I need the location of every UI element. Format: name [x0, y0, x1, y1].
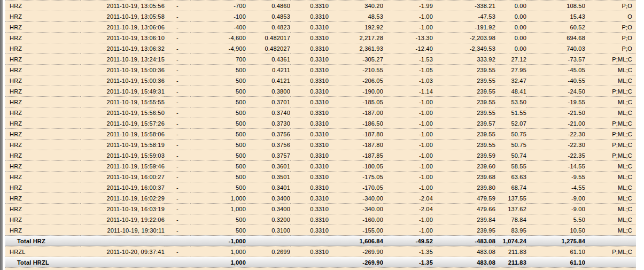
cell-datetime: 2011-10-19, 19:30:11 [80, 225, 165, 235]
cell-amount: -155.00 [329, 225, 383, 235]
cell-datetime: 2011-10-19, 15:55:55 [80, 96, 165, 107]
table-row[interactable]: HRZ2011-10-19, 15:59:03-5000.37570.3310-… [5, 150, 636, 160]
cell-value-a: 48.41 [495, 86, 526, 96]
cell-symbol: HRZ [5, 171, 80, 182]
cell-side: - [165, 246, 190, 257]
cell-codes: P;O [585, 0, 636, 11]
cell-value-b: -9.55 [526, 171, 585, 182]
cell-quantity: 500 [190, 225, 246, 235]
cell-value-b: -24.50 [526, 86, 585, 96]
cell-datetime: 2011-10-19, 15:49:31 [80, 86, 165, 96]
cell-quantity: -400 [190, 21, 246, 32]
cell-value-b: 694.68 [526, 32, 585, 43]
table-row[interactable]: HRZ2011-10-19, 15:58:19-5000.37560.3310-… [5, 139, 636, 150]
cell-side: - [165, 139, 190, 150]
cell-commission: -2.04 [383, 192, 433, 203]
cell-value-b: -22.35 [526, 150, 585, 160]
table-row[interactable]: HRZ2011-10-19, 13:06:10--4,6000.4820170.… [5, 32, 636, 43]
cell-basis-price: 0.3310 [290, 32, 329, 43]
cell-symbol: HRZL [5, 246, 80, 257]
table-row[interactable]: HRZ2011-10-19, 13:05:58--1000.48530.3310… [5, 11, 636, 21]
cell-commission: -1.00 [383, 21, 433, 32]
cell-side: - [165, 32, 190, 43]
cell-symbol: HRZ [5, 160, 80, 171]
table-row[interactable]: HRZ2011-10-19, 16:00:37-5000.34010.3310-… [5, 182, 636, 192]
cell-commission: -1.03 [383, 75, 433, 86]
cell-realized-pl: 239.55 [433, 139, 495, 150]
cell-realized-pl: 239.95 [433, 225, 495, 235]
cell-quantity: 500 [190, 107, 246, 118]
cell-commission: -1.00 [383, 107, 433, 118]
cell-price: 0.3400 [246, 192, 290, 203]
table-row[interactable]: HRZ2011-10-19, 19:22:06-5000.32000.3310-… [5, 214, 636, 225]
cell-basis-price: 0.3310 [290, 214, 329, 225]
cell-datetime: 2011-10-19, 15:56:50 [80, 107, 165, 118]
cell-value-b: -21.00 [526, 118, 585, 128]
table-row[interactable]: HRZ2011-10-19, 15:55:55-5000.37010.3310-… [5, 96, 636, 107]
cell-basis-price: 0.3310 [290, 21, 329, 32]
cell-realized-pl: 239.80 [433, 182, 495, 192]
cell-side: - [165, 75, 190, 86]
cell-price: 0.3701 [246, 96, 290, 107]
table-row[interactable]: HRZ2011-10-19, 13:06:06--4000.48230.3310… [5, 21, 636, 32]
table-row[interactable]: HRZ2011-10-19, 15:57:26-5000.37300.3310-… [5, 118, 636, 128]
cell-basis-price: 0.3310 [290, 75, 329, 86]
cell-side: - [165, 0, 190, 11]
table-row[interactable]: HRZ2011-10-19, 15:59:46-5000.36010.3310-… [5, 160, 636, 171]
cell-commission: -1.00 [383, 11, 433, 21]
table-row[interactable]: HRZ2011-10-19, 13:24:15-7000.43610.3310-… [5, 53, 636, 64]
cell-price: 0.4860 [246, 0, 290, 11]
trade-activity-report: HRZ2011-10-19, 13:05:56--7000.48600.3310… [0, 0, 644, 270]
cell-amount: -187.80 [329, 139, 383, 150]
table-row[interactable]: HRZL2011-10-20, 09:37:41-1,0000.26990.33… [5, 246, 636, 257]
cell-side: - [165, 43, 190, 53]
table-row[interactable]: HRZ2011-10-19, 15:58:06-5000.37560.3310-… [5, 128, 636, 139]
cell-side: - [165, 21, 190, 32]
cell-value-a: 50.75 [495, 139, 526, 150]
table-row[interactable]: HRZ2011-10-19, 16:00:27-5000.35010.3310-… [5, 171, 636, 182]
cell-basis-price: 0.3310 [290, 86, 329, 96]
cell-amount: -269.90 [329, 257, 383, 267]
table-row[interactable]: HRZ2011-10-19, 13:06:32--4,9000.4820270.… [5, 43, 636, 53]
cell-datetime: 2011-10-19, 16:00:37 [80, 182, 165, 192]
cell-value-a: 137.62 [495, 203, 526, 214]
cell-amount: -340.00 [329, 203, 383, 214]
cell-datetime: 2011-10-19, 15:59:03 [80, 150, 165, 160]
cell-realized-pl: 239.60 [433, 160, 495, 171]
cell-value-a: 53.50 [495, 96, 526, 107]
cell-quantity: -4,900 [190, 43, 246, 53]
cell-amount: -206.05 [329, 75, 383, 86]
cell-symbol: HRZ [5, 11, 80, 21]
cell-value-a: 58.55 [495, 160, 526, 171]
cell-side: - [165, 64, 190, 75]
cell-datetime: 2011-10-19, 13:06:32 [80, 43, 165, 53]
cell-amount: -340.00 [329, 192, 383, 203]
table-row[interactable]: HRZ2011-10-19, 16:02:29-1,0000.34000.331… [5, 192, 636, 203]
cell-codes: ML;C [585, 107, 636, 118]
cell-side: - [165, 203, 190, 214]
table-row[interactable]: HRZ2011-10-19, 19:30:11-5000.31000.3310-… [5, 225, 636, 235]
cell-realized-pl: 239.55 [433, 86, 495, 96]
cell-codes: P;ML;C [585, 246, 636, 257]
table-row[interactable]: HRZ2011-10-19, 15:56:50-5000.37400.3310-… [5, 107, 636, 118]
cell-codes: ML;C [585, 96, 636, 107]
cell-realized-pl: -338.21 [433, 0, 495, 11]
cell-codes: ML;C [585, 214, 636, 225]
cell-amount: -187.85 [329, 150, 383, 160]
cell-commission: -13.30 [383, 32, 433, 43]
table-row[interactable]: HRZ2011-10-19, 15:00:36-5000.41210.3310-… [5, 75, 636, 86]
cell-price: 0.2699 [246, 246, 290, 257]
cell-datetime: 2011-10-19, 15:00:36 [80, 75, 165, 86]
table-row[interactable]: HRZ2011-10-19, 15:49:31-5000.38000.3310-… [5, 86, 636, 96]
table-row[interactable]: HRZ2011-10-19, 13:05:56--7000.48600.3310… [5, 0, 636, 11]
cell-codes: ML;C [585, 64, 636, 75]
table-row[interactable]: HRZ2011-10-19, 15:00:36-5000.42110.3310-… [5, 64, 636, 75]
cell-side: - [165, 192, 190, 203]
cell-quantity: 500 [190, 64, 246, 75]
table-row[interactable]: HRZ2011-10-19, 16:03:19-1,0000.34000.331… [5, 203, 636, 214]
cell-basis-price: 0.3310 [290, 96, 329, 107]
cell-datetime [80, 235, 165, 246]
cell-value-b: -40.55 [526, 75, 585, 86]
cell-quantity: 700 [190, 53, 246, 64]
cell-value-b: 5.50 [526, 214, 585, 225]
